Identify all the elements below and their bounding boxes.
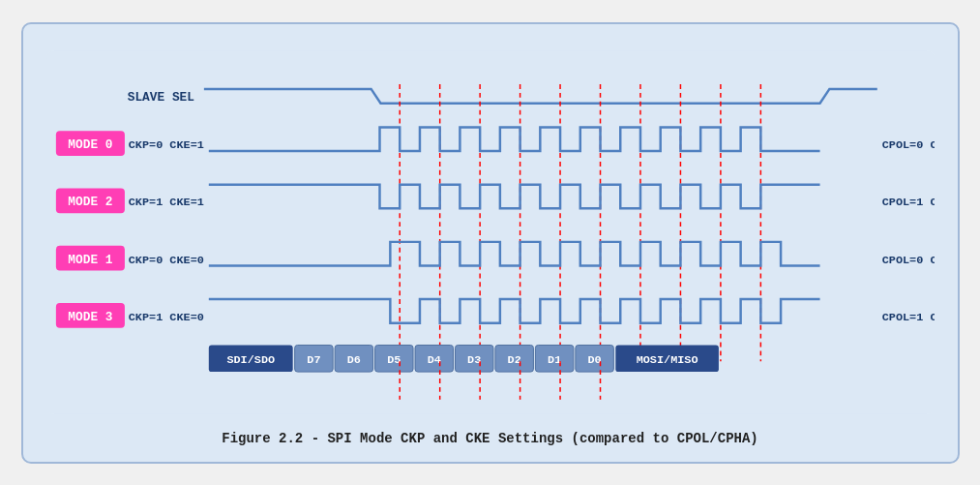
- sdi-sdo-label: SDI/SDO: [226, 353, 275, 367]
- d1-label: D1: [548, 353, 561, 367]
- mosi-miso-label: MOSI/MISO: [636, 353, 698, 367]
- mode0-right: CPOL=0 CPHA=0: [881, 138, 934, 152]
- mode2-params: CKP=1 CKE=1: [128, 196, 203, 209]
- mode1-params: CKP=0 CKE=0: [128, 253, 203, 266]
- diagram-area: .mono { font-family: 'Courier New', mono…: [46, 44, 935, 421]
- outer-container: .mono { font-family: 'Courier New', mono…: [21, 22, 960, 464]
- figure-caption: Figure 2.2 - SPI Mode CKP and CKE Settin…: [46, 431, 935, 446]
- slave-sel-label: SLAVE SEL: [127, 89, 194, 104]
- d5-label: D5: [387, 353, 401, 367]
- d0-label: D0: [587, 353, 601, 367]
- mode2-label: MODE 2: [68, 195, 112, 209]
- d2-label: D2: [507, 353, 520, 367]
- mode1-label: MODE 1: [68, 252, 112, 266]
- d3-label: D3: [467, 353, 481, 367]
- mode0-params: CKP=0 CKE=1: [128, 138, 203, 152]
- mode2-right: CPOL=1 CPHA=0: [881, 196, 934, 209]
- mode1-right: CPOL=0 CPHA=1: [881, 253, 934, 266]
- mode3-right: CPOL=1 CPHA=1: [881, 310, 934, 323]
- mode3-label: MODE 3: [68, 309, 112, 323]
- mode3-params: CKP=1 CKE=0: [128, 310, 203, 323]
- d7-label: D7: [307, 353, 320, 367]
- mode0-label: MODE 0: [68, 137, 112, 152]
- d6-label: D6: [346, 353, 360, 367]
- d4-label: D4: [427, 353, 440, 367]
